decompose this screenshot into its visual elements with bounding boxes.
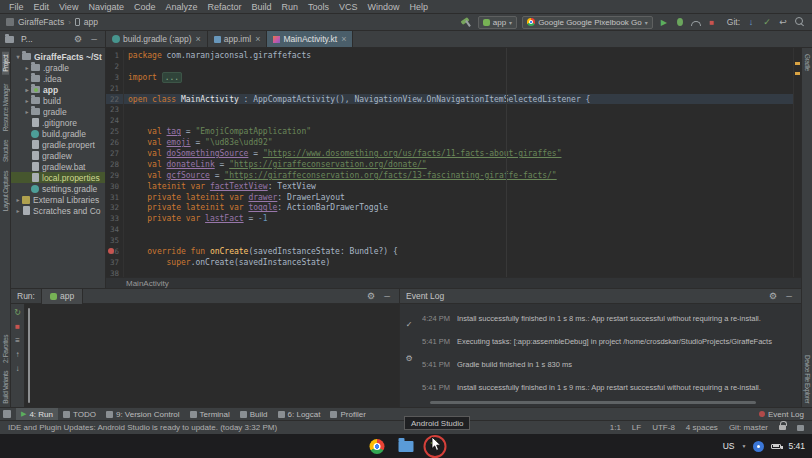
menu-file[interactable]: File [4, 2, 29, 12]
gear-icon[interactable] [72, 33, 84, 45]
line-number[interactable]: 23 [106, 104, 124, 115]
options-icon[interactable] [12, 335, 23, 346]
code-line-24[interactable]: 24 [106, 115, 793, 126]
breadcrumb-class[interactable]: MainActivity [126, 279, 169, 288]
tool-button-build-variants[interactable]: Build Variants [2, 371, 9, 404]
notification-bubble-icon[interactable] [797, 425, 804, 431]
tree-item-app[interactable]: ▸app [11, 84, 105, 95]
tree-item-build-gradle[interactable]: build.gradle [11, 128, 105, 139]
menu-help[interactable]: Help [405, 2, 434, 12]
close-tab-icon[interactable]: × [341, 34, 346, 44]
line-number[interactable]: 3 [106, 72, 124, 83]
tool-button-structure[interactable]: Structure [2, 140, 9, 162]
code-line-22[interactable]: 22open class MainActivity : AppCompatAct… [106, 94, 793, 105]
tool-button-layout-captures[interactable]: Layout Captures [2, 171, 9, 211]
chevron-right-icon[interactable]: ▸ [23, 97, 31, 104]
chevron-right-icon[interactable]: ▸ [14, 196, 22, 203]
code-line-31[interactable]: 31 private lateinit var drawer: DrawerLa… [106, 192, 793, 203]
menu-run[interactable]: Run [277, 2, 304, 12]
git-branch[interactable]: Git: master [729, 423, 768, 432]
chevron-down-icon[interactable]: ▾ [14, 53, 22, 60]
tool-button-project[interactable]: Project [2, 52, 9, 75]
run-tab-app[interactable]: app [41, 289, 83, 304]
menu-edit[interactable]: Edit [29, 2, 55, 12]
event-filter-icon[interactable] [403, 318, 415, 330]
run-icon[interactable] [658, 16, 670, 28]
tool-tab-profiler[interactable]: Profiler [325, 408, 370, 420]
code-line-32[interactable]: 32 private lateinit var toggle: ActionBa… [106, 202, 793, 213]
code-line-36[interactable]: 36 override fun onCreate(savedInstanceSt… [106, 246, 793, 257]
device-select[interactable]: Google Google Pixelbook Go ▾ [522, 16, 653, 29]
line-number[interactable]: 29 [106, 170, 124, 181]
tree-item-gradlew[interactable]: gradlew [11, 150, 105, 161]
code-line-25[interactable]: 25 val tag = "EmojiCompatApplication" [106, 126, 793, 137]
line-number[interactable]: 35 [106, 235, 124, 246]
code-line-30[interactable]: 30 lateinit var factTextView: TextView [106, 181, 793, 192]
tool-button-gradle[interactable]: Gradle [804, 54, 811, 71]
scroll-up-icon[interactable] [12, 349, 23, 360]
line-number[interactable]: 31 [106, 192, 124, 203]
keyboard-layout-indicator[interactable]: US [723, 441, 735, 451]
line-number[interactable]: 1 [106, 50, 124, 61]
tool-tab-build[interactable]: Build [235, 408, 273, 420]
tray-status-icon[interactable] [753, 441, 764, 452]
error-stripe[interactable] [793, 48, 801, 277]
tree-item-idea[interactable]: ▸.idea [11, 73, 105, 84]
hide-panel-icon[interactable] [783, 290, 795, 302]
chevron-right-icon[interactable]: ▸ [23, 75, 31, 82]
breadcrumb-project[interactable]: GiraffeFacts [18, 17, 64, 27]
line-number[interactable]: 36 [106, 246, 124, 257]
line-number[interactable]: 25 [106, 126, 124, 137]
tool-tab-todo[interactable]: TODO [58, 408, 101, 420]
line-number[interactable]: 33 [106, 213, 124, 224]
chevron-right-icon[interactable]: ▸ [23, 108, 31, 115]
code-line-27[interactable]: 27 val doSomethingSource = "https://www.… [106, 148, 793, 159]
line-number[interactable]: 27 [106, 148, 124, 159]
line-number[interactable]: 34 [106, 224, 124, 235]
tool-tab-9-version-control[interactable]: 9: Version Control [101, 408, 185, 420]
run-config-select[interactable]: app ▾ [478, 16, 517, 29]
breadcrumb-module[interactable]: app [84, 17, 98, 27]
code-line-38[interactable]: 38 [106, 268, 793, 277]
code-line-21[interactable]: 21 [106, 83, 793, 94]
toolwindow-switcher-icon[interactable] [3, 410, 11, 418]
code-line-29[interactable]: 29 val gcfSource = "https://giraffeconse… [106, 170, 793, 181]
code-line-3[interactable]: 3import ... [106, 72, 793, 83]
console-scrollbar[interactable] [28, 308, 30, 403]
stop-icon[interactable] [706, 16, 718, 28]
warning-mark[interactable] [795, 62, 800, 65]
tool-button-device-file-explorer[interactable]: Device File Explorer [804, 355, 811, 403]
menu-window[interactable]: Window [363, 2, 405, 12]
run-console[interactable] [25, 304, 399, 407]
status-message[interactable]: IDE and Plugin Updates: Android Studio i… [8, 423, 277, 432]
tool-button-resource-manager[interactable]: Resource Manager [2, 84, 9, 131]
profiler-icon[interactable] [690, 16, 702, 28]
tool-tab-event-log[interactable]: Event Log [754, 408, 809, 420]
breakpoint-icon[interactable] [108, 248, 114, 254]
line-separator[interactable]: LF [632, 423, 641, 432]
code-line-33[interactable]: 33 private var lastFact = -1 [106, 213, 793, 224]
clock[interactable]: 5:41 [788, 441, 805, 451]
menu-code[interactable]: Code [129, 2, 161, 12]
line-number[interactable]: 30 [106, 181, 124, 192]
git-revert-icon[interactable] [777, 16, 789, 28]
chevron-right-icon[interactable]: ▸ [23, 86, 31, 93]
menu-view[interactable]: View [54, 2, 83, 12]
menu-build[interactable]: Build [246, 2, 276, 12]
search-icon[interactable] [794, 16, 806, 28]
tree-item-scratches-and-co[interactable]: ▸Scratches and Co [11, 205, 105, 216]
hide-panel-icon[interactable] [381, 290, 393, 302]
tool-tab-4-run[interactable]: ▶4: Run [16, 408, 58, 420]
event-settings-icon[interactable] [403, 352, 415, 364]
line-number[interactable]: 38 [106, 268, 124, 277]
tree-item-gradlew-bat[interactable]: gradlew.bat [11, 161, 105, 172]
tool-tab-6-logcat[interactable]: 6: Logcat [273, 408, 326, 420]
git-update-icon[interactable] [745, 16, 757, 28]
menu-analyze[interactable]: Analyze [160, 2, 202, 12]
chrome-app-icon[interactable] [370, 439, 385, 454]
code-area[interactable]: 1package com.naranjaconsal.giraffefacts2… [106, 50, 793, 277]
menu-navigate[interactable]: Navigate [83, 2, 129, 12]
line-number[interactable]: 32 [106, 202, 124, 213]
code-line-35[interactable]: 35 [106, 235, 793, 246]
tab-build-gradle-app[interactable]: build.gradle (:app)× [106, 31, 208, 47]
